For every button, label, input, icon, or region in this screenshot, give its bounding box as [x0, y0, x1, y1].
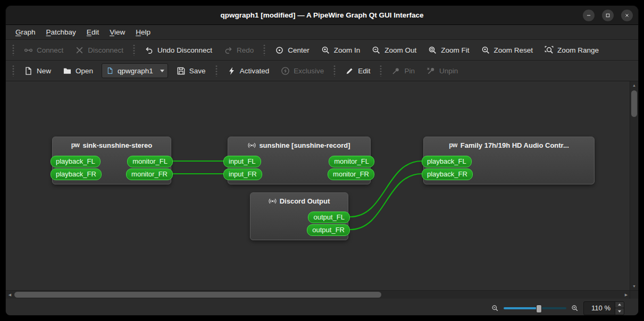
scroll-left-arrow[interactable]: ◀ [6, 291, 14, 299]
pipewire-icon: pw [449, 141, 457, 149]
zoom-in-button[interactable]: Zoom In [316, 42, 366, 58]
zoom-in-mini-icon[interactable] [571, 305, 579, 312]
node-title-label: Family 17h/19h HD Audio Contr... [461, 141, 569, 149]
menu-patchbay-label: Patchbay [46, 28, 76, 36]
pin-icon [391, 66, 400, 75]
undo-disconnect-button[interactable]: Undo Disconnect [139, 42, 218, 58]
zoom-value[interactable]: 110 % [584, 302, 615, 315]
chevron-down-icon [160, 70, 164, 72]
audio-app-icon [248, 141, 256, 149]
menu-patchbay[interactable]: Patchbay [41, 25, 81, 39]
maximize-button[interactable] [602, 10, 614, 21]
disconnect-icon [75, 46, 84, 55]
zoom-range-icon [545, 46, 554, 55]
horizontal-scrollbar[interactable]: ◀ ▶ [6, 290, 630, 299]
port-sink-playback-fl[interactable]: playback_FL [51, 156, 101, 167]
statusbar: 110 % [6, 298, 638, 315]
horizontal-scroll-thumb[interactable] [14, 292, 381, 298]
port-sink-monitor-fr[interactable]: monitor_FR [126, 168, 173, 180]
menu-graph[interactable]: Graph [10, 25, 41, 39]
node-title-label: sink-sunshine-stereo [82, 141, 152, 149]
zoom-spin-down[interactable] [615, 308, 624, 315]
vertical-scroll-thumb[interactable] [631, 90, 637, 117]
lightning-circle-icon [281, 66, 290, 75]
scroll-down-arrow[interactable]: ▼ [630, 282, 638, 290]
minimize-button[interactable] [583, 10, 595, 21]
menu-help-label: Help [136, 28, 150, 36]
port-sunshine-input-fr[interactable]: input_FR [223, 168, 262, 180]
menu-view-label: View [110, 28, 125, 36]
patchbay-profile-combobox[interactable]: qpwgraph1 [102, 63, 168, 78]
menubar: Graph Patchbay Edit View Help [6, 25, 638, 40]
toolbar-grip[interactable] [12, 44, 15, 56]
port-sunshine-monitor-fl[interactable]: monitor_FL [329, 156, 374, 167]
node-header: Discord Output [250, 193, 348, 208]
redo-button[interactable]: Redo [219, 42, 259, 58]
scroll-right-arrow[interactable]: ▶ [622, 291, 630, 299]
toolbar-grip[interactable] [12, 65, 15, 77]
zoom-spin-buttons [615, 302, 624, 315]
toolbar-grip[interactable] [379, 65, 382, 77]
connect-button[interactable]: Connect [19, 42, 69, 58]
titlebar[interactable]: qpwgraph1 [modified] — A PipeWire Graph … [6, 6, 638, 25]
toolbar-grip[interactable] [215, 65, 218, 77]
zoom-range-button[interactable]: Zoom Range [539, 42, 604, 58]
unpin-button[interactable]: Unpin [421, 63, 463, 79]
canvas-area: pw sink-sunshine-stereo sunshine [sunshi… [6, 81, 638, 298]
port-sink-playback-fr[interactable]: playback_FR [51, 168, 102, 180]
port-sunshine-input-fl[interactable]: input_FL [223, 156, 261, 167]
menu-edit[interactable]: Edit [81, 25, 104, 39]
zoom-slider-fill [504, 307, 538, 309]
connections-layer [6, 81, 630, 290]
node-title-label: Discord Output [280, 197, 330, 205]
node-title-label: sunshine [sunshine-record] [259, 141, 350, 149]
zoom-reset-button[interactable]: Zoom Reset [476, 42, 539, 58]
open-button[interactable]: Open [57, 63, 98, 79]
zoom-spinbox[interactable]: 110 % [583, 301, 624, 315]
window-controls [583, 6, 633, 24]
toolbar-grip[interactable] [333, 65, 336, 77]
redo-icon [224, 46, 233, 55]
zoom-fit-button[interactable]: Zoom Fit [423, 42, 474, 58]
save-button[interactable]: Save [171, 63, 211, 79]
disconnect-button[interactable]: Disconnect [70, 42, 129, 58]
port-family-playback-fl[interactable]: playback_FL [422, 156, 472, 167]
graph-canvas[interactable]: pw sink-sunshine-stereo sunshine [sunshi… [6, 81, 630, 290]
port-family-playback-fr[interactable]: playback_FR [422, 168, 473, 180]
toolbar-grip[interactable] [263, 44, 266, 56]
pipewire-icon: pw [71, 141, 80, 149]
menu-help[interactable]: Help [130, 25, 156, 39]
close-button[interactable] [621, 10, 633, 21]
port-sunshine-monitor-fr[interactable]: monitor_FR [328, 168, 374, 180]
new-button[interactable]: New [19, 63, 56, 79]
menu-view[interactable]: View [104, 25, 130, 39]
zoom-slider-track[interactable] [504, 307, 566, 309]
pin-button[interactable]: Pin [386, 63, 420, 79]
down-arrow-icon [618, 310, 621, 312]
edit-button[interactable]: Edit [340, 63, 375, 79]
scroll-up-arrow[interactable]: ▲ [630, 81, 638, 89]
zoom-reset-icon [481, 46, 490, 55]
port-sink-monitor-fl[interactable]: monitor_FL [127, 156, 173, 167]
zoom-out-icon [372, 46, 381, 55]
zoom-slider-handle[interactable] [536, 305, 542, 313]
maximize-icon [605, 13, 610, 18]
file-icon [106, 67, 114, 74]
zoom-slider[interactable] [504, 304, 566, 312]
app-window: qpwgraph1 [modified] — A PipeWire Graph … [6, 6, 638, 315]
center-button[interactable]: Center [270, 42, 315, 58]
zoom-spin-up[interactable] [615, 302, 624, 308]
zoom-fit-icon [428, 46, 437, 55]
vertical-scrollbar[interactable]: ▲ ▼ [630, 81, 638, 290]
toolbar-grip[interactable] [132, 44, 136, 56]
port-discord-output-fl[interactable]: output_FL [308, 212, 350, 223]
activated-toggle[interactable]: Activated [222, 63, 275, 79]
zoom-out-button[interactable]: Zoom Out [366, 42, 422, 58]
exclusive-toggle[interactable]: Exclusive [275, 63, 329, 79]
menu-graph-label: Graph [15, 28, 36, 36]
graph-toolbar: Connect Disconnect Undo Disconnect Redo … [6, 40, 638, 61]
unpin-icon [426, 66, 436, 75]
new-file-icon [24, 66, 33, 75]
zoom-out-mini-icon[interactable] [491, 305, 499, 312]
port-discord-output-fr[interactable]: output_FR [307, 224, 350, 236]
